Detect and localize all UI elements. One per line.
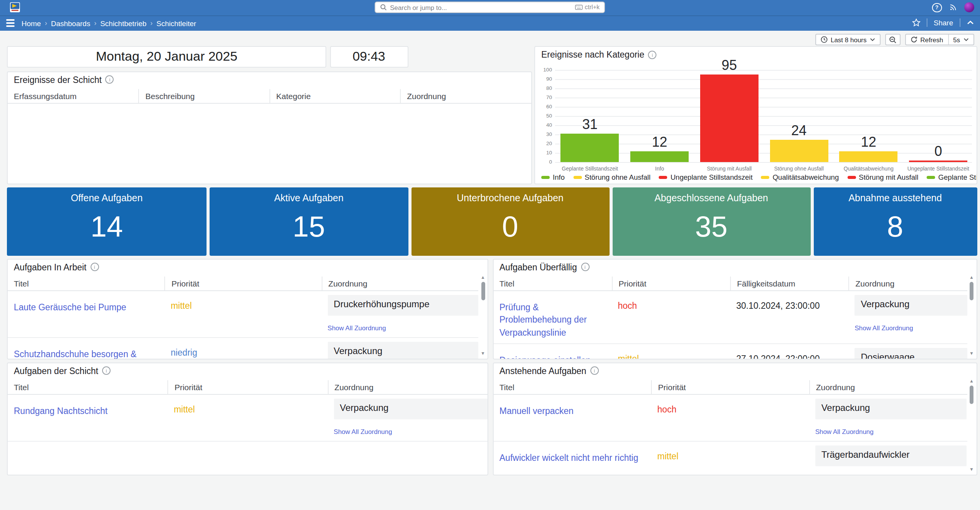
breadcrumb-item-home[interactable]: Home	[21, 19, 41, 27]
chevron-down-icon	[963, 38, 968, 41]
legend-item[interactable]: Störung ohne Ausfall	[573, 174, 651, 181]
table-scrollbar[interactable]: ▲▼	[968, 378, 975, 472]
scroll-down-icon[interactable]: ▼	[969, 467, 974, 472]
breadcrumb-item-schichtbetrieb[interactable]: Schichtbetrieb	[100, 19, 146, 27]
column-header[interactable]: Zuordnung	[400, 89, 531, 103]
legend-item[interactable]: Störung mit Ausfall	[847, 174, 918, 181]
assignment-box: Verpackung	[327, 341, 478, 359]
menu-toggle-icon[interactable]	[6, 20, 15, 26]
column-header[interactable]: Fälligkeitsdatum	[730, 276, 849, 290]
bar-value-label: 31	[555, 117, 625, 133]
panel-ereignisse-der-schicht: Ereignisse der Schicht i Erfassungsdatum…	[7, 71, 532, 184]
task-link[interactable]: Prüfung & Problembehebung der Verpackung…	[499, 295, 612, 339]
stat-value: 14	[91, 203, 123, 256]
bar-geplante-stillstandszeit[interactable]	[561, 134, 619, 162]
task-link[interactable]: Dosierwaage einstellen	[499, 348, 612, 359]
refresh-interval-select[interactable]: 5s	[948, 35, 973, 45]
column-header[interactable]: Erfassungsdatum	[8, 89, 139, 103]
column-header[interactable]: Zuordnung	[809, 380, 967, 394]
task-link[interactable]: Laute Geräusche bei Pumpe	[14, 295, 165, 313]
chevron-up-icon[interactable]	[966, 20, 974, 25]
show-all-link[interactable]: Show All Zuordnung	[327, 324, 386, 331]
column-header[interactable]: Zuordnung	[327, 380, 488, 394]
broadcast-icon[interactable]	[949, 3, 957, 12]
scrollbar-thumb[interactable]	[970, 281, 973, 300]
column-header[interactable]: Zuordnung	[321, 276, 478, 290]
app-logo[interactable]	[10, 2, 20, 12]
stat-value: 35	[695, 203, 728, 256]
search-shortcut: ctrl+k	[575, 4, 600, 11]
table-row: Prüfung & Problembehebung der Verpackung…	[493, 291, 967, 344]
scrollbar-thumb[interactable]	[481, 281, 485, 300]
bar-value-label: 95	[694, 58, 764, 74]
breadcrumb-bar: Home›Dashboards›Schichtbetrieb›Schichtle…	[0, 15, 980, 30]
column-header[interactable]: Priorität	[165, 276, 322, 290]
legend-color-dash	[659, 176, 668, 179]
legend-color-dash	[847, 176, 856, 179]
column-header[interactable]: Titel	[8, 276, 165, 290]
column-header[interactable]: Zuordnung	[849, 276, 967, 290]
legend-item[interactable]: Geplante Stillstandszeit	[927, 174, 977, 181]
column-header[interactable]: Kategorie	[269, 89, 400, 103]
zoom-out-button[interactable]	[885, 34, 901, 45]
scroll-up-icon[interactable]: ▲	[969, 275, 974, 280]
bar-info[interactable]	[630, 151, 689, 162]
legend-item[interactable]: Ungeplante Stillstandszeit	[659, 174, 753, 181]
scroll-up-icon[interactable]: ▲	[969, 378, 974, 384]
info-icon[interactable]: i	[102, 366, 111, 375]
scroll-down-icon[interactable]: ▼	[481, 351, 485, 356]
table-scrollbar[interactable]: ▲▼	[480, 275, 486, 356]
table-scrollbar[interactable]: ▲▼	[968, 275, 975, 356]
task-link[interactable]: Schutzhandschuhe besorgen & überprüfen, …	[14, 341, 165, 359]
column-header[interactable]: Priorität	[651, 380, 809, 394]
breadcrumb-item-schichtleiter[interactable]: Schichtleiter	[157, 19, 197, 27]
info-icon[interactable]: i	[90, 263, 99, 271]
show-all-link[interactable]: Show All Zuordnung	[815, 427, 874, 435]
panel-title: Aufgaben der Schicht	[14, 366, 98, 375]
column-header[interactable]: Titel	[493, 380, 651, 394]
info-icon[interactable]: i	[590, 366, 598, 375]
breadcrumb: Home›Dashboards›Schichtbetrieb›Schichtle…	[21, 19, 196, 27]
star-icon[interactable]	[912, 18, 921, 27]
column-header[interactable]: Titel	[8, 380, 168, 394]
show-all-link[interactable]: Show All Zuordnung	[334, 427, 392, 435]
legend-item[interactable]: Qualitätsabweichung	[761, 174, 839, 181]
breadcrumb-item-dashboards[interactable]: Dashboards	[51, 19, 90, 27]
bar-ungeplante-stillstandszeit[interactable]	[909, 161, 967, 162]
scroll-up-icon[interactable]: ▲	[481, 275, 485, 280]
column-header[interactable]: Beschreibung	[139, 89, 269, 103]
priority-value: mittel	[612, 348, 730, 359]
column-header[interactable]: Priorität	[612, 276, 730, 290]
stat-abnahme-ausstehend: Abnahme ausstehend8	[813, 187, 977, 256]
assignment-cell: VerpackungShow All Zuordnung	[809, 398, 967, 437]
search-input[interactable]: Search or jump to... ctrl+k	[375, 2, 605, 13]
task-link[interactable]: Aufwickler wickelt nicht mehr richtig	[499, 445, 651, 464]
task-link[interactable]: Rundgang Nachtschicht	[14, 398, 168, 417]
stat-label: Abnahme ausstehend	[848, 187, 942, 203]
assignment-box: Verpackung	[855, 295, 967, 315]
user-avatar[interactable]	[964, 3, 974, 13]
share-button[interactable]: Share	[934, 18, 953, 27]
bar-value-label: 24	[764, 123, 834, 139]
time-range-picker[interactable]: Last 8 hours	[815, 34, 881, 45]
bar-st-rung-ohne-ausfall[interactable]	[770, 140, 828, 162]
column-header[interactable]: Titel	[493, 276, 612, 290]
info-icon[interactable]: i	[581, 263, 589, 271]
help-icon[interactable]: ?	[932, 3, 942, 12]
panel-title: Anstehende Aufgaben	[499, 366, 586, 375]
scrollbar-thumb[interactable]	[970, 385, 973, 404]
stat-abgeschlossene-aufgaben: Abgeschlossene Aufgaben35	[612, 187, 810, 256]
bar-value-label: 12	[625, 134, 695, 150]
refresh-button[interactable]: Refresh	[906, 35, 948, 45]
show-all-link[interactable]: Show All Zuordnung	[815, 474, 874, 475]
info-icon[interactable]: i	[106, 75, 114, 84]
panel-aufgaben-ueberfaellig: Aufgaben Überfällig i TitelPrioritätFäll…	[492, 258, 977, 359]
bar-st-rung-mit-ausfall[interactable]	[700, 75, 759, 162]
task-link[interactable]: Manuell verpacken	[499, 398, 651, 417]
top-navbar: Search or jump to... ctrl+k ?	[0, 0, 980, 15]
legend-item[interactable]: Info	[541, 174, 565, 181]
bar-qualit-tsabweichung[interactable]	[840, 151, 898, 162]
show-all-link[interactable]: Show All Zuordnung	[855, 324, 913, 331]
column-header[interactable]: Priorität	[168, 380, 328, 394]
scroll-down-icon[interactable]: ▼	[969, 351, 974, 356]
